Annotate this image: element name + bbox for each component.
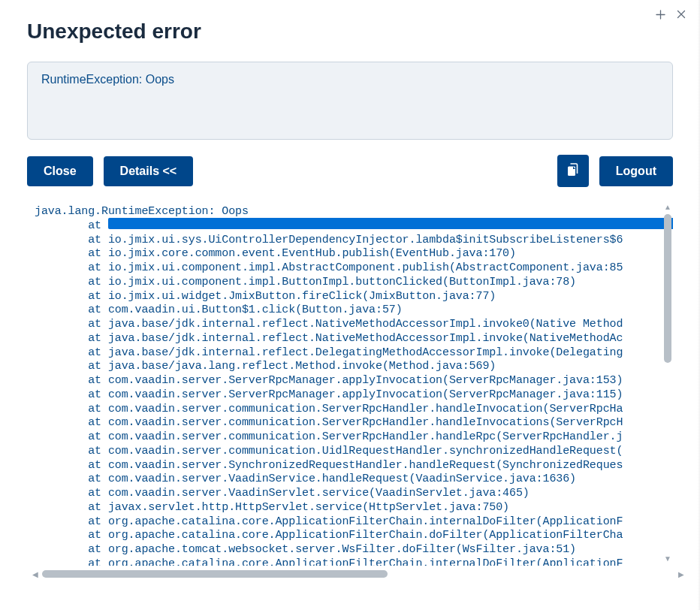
horizontal-scrollbar[interactable]: ◀ ▶ bbox=[32, 570, 685, 578]
vertical-scrollbar-thumb[interactable] bbox=[664, 214, 671, 363]
copy-button[interactable] bbox=[557, 155, 589, 187]
scrollbar-right-arrow-icon[interactable]: ▶ bbox=[677, 570, 685, 578]
scrollbar-left-arrow-icon[interactable]: ◀ bbox=[32, 570, 39, 578]
stacktrace-container: java.lang.RuntimeException: Oops at at i… bbox=[27, 201, 673, 566]
error-message-text: RuntimeException: Oops bbox=[41, 73, 659, 86]
copy-icon bbox=[567, 163, 579, 179]
add-icon[interactable] bbox=[655, 9, 665, 20]
error-message-box: RuntimeException: Oops bbox=[27, 62, 673, 140]
logout-button[interactable]: Logout bbox=[599, 156, 673, 186]
close-icon[interactable] bbox=[676, 9, 686, 20]
scrollbar-up-arrow-icon[interactable]: ▲ bbox=[664, 204, 671, 211]
vertical-scrollbar[interactable]: ▲ ▼ bbox=[664, 204, 671, 563]
dialog-title: Unexpected error bbox=[27, 20, 673, 44]
close-button[interactable]: Close bbox=[27, 156, 93, 186]
stacktrace-text[interactable]: java.lang.RuntimeException: Oops at at i… bbox=[27, 201, 673, 566]
button-row: Close Details << Logout bbox=[27, 155, 673, 187]
horizontal-scrollbar-thumb[interactable] bbox=[42, 570, 388, 578]
error-dialog: Unexpected error RuntimeException: Oops … bbox=[0, 0, 700, 566]
dialog-window-controls bbox=[655, 9, 686, 20]
scrollbar-down-arrow-icon[interactable]: ▼ bbox=[664, 555, 671, 563]
redacted-bar bbox=[108, 218, 673, 229]
details-button[interactable]: Details << bbox=[104, 156, 194, 186]
